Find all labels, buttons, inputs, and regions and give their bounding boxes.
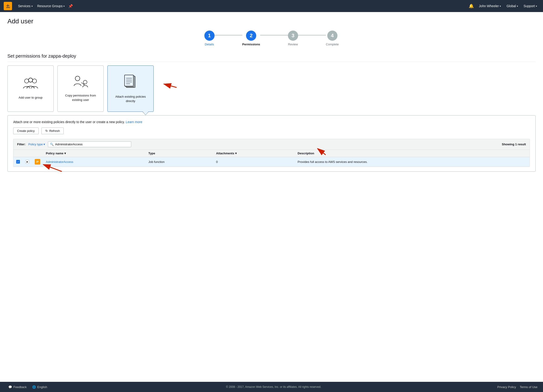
- panel-description: Attach one or more existing policies dir…: [13, 120, 530, 124]
- filter-label: Filter:: [17, 143, 25, 146]
- red-arrow-card: [159, 79, 178, 91]
- policies-icon: [124, 74, 137, 91]
- result-count: Showing 1 result: [502, 143, 526, 146]
- card-copy-permissions[interactable]: Copy permissions from existing user: [57, 66, 104, 112]
- footer: 💬 Feedback 🌐 English © 2008 - 2017, Amaz…: [0, 382, 543, 392]
- svg-rect-10: [124, 75, 133, 86]
- step-2-circle: 2: [246, 31, 256, 41]
- row-type-cell: Job function: [146, 157, 213, 167]
- step-1-label: Details: [205, 43, 214, 46]
- table-row: ✓ ▶: [13, 157, 530, 167]
- step-2-label: Permissions: [242, 43, 260, 46]
- step-complete: 4 Complete: [326, 31, 339, 46]
- row-expand-cell[interactable]: ▶: [23, 157, 32, 167]
- step-connector-2-3: [260, 35, 288, 35]
- region-chevron: ▾: [517, 5, 518, 7]
- checkbox-checked[interactable]: ✓: [16, 160, 20, 164]
- table-header: Policy name ▾ Type Attachments ▾: [13, 150, 530, 157]
- row-attachments-cell: 0: [213, 157, 295, 167]
- policies-data-table: Policy name ▾ Type Attachments ▾: [13, 150, 530, 167]
- svg-point-7: [83, 80, 87, 84]
- policy-name-sort-icon: ▾: [64, 151, 66, 155]
- policies-table-container: Filter: Policy type ▾ 🔍: [13, 139, 530, 167]
- col-expand: [23, 150, 32, 157]
- resource-groups-chevron: ▾: [63, 5, 65, 7]
- table-toolbar: Filter: Policy type ▾ 🔍: [13, 139, 530, 150]
- triangle-top: [142, 112, 149, 115]
- card-add-to-group[interactable]: Add user to group: [7, 66, 54, 112]
- step-1-circle: 1: [204, 31, 215, 41]
- step-review: 3 Review: [288, 31, 298, 46]
- search-input[interactable]: [55, 143, 129, 146]
- step-3-circle: 3: [288, 31, 298, 41]
- terms-of-use-link[interactable]: Terms of Use: [520, 385, 537, 389]
- step-4-label: Complete: [326, 43, 339, 46]
- language-selector[interactable]: 🌐 English: [29, 385, 50, 389]
- region-menu[interactable]: Global ▾: [504, 4, 520, 8]
- expand-button[interactable]: ▶: [25, 160, 29, 164]
- filter-type-chevron: ▾: [44, 143, 45, 146]
- red-arrow-search: [312, 147, 330, 156]
- user-chevron: ▾: [500, 5, 501, 7]
- stepper: 1 Details 2 Permissions 3 Review 4 Compl…: [7, 31, 536, 46]
- card-add-to-group-label: Add user to group: [18, 95, 42, 100]
- card-attach-policies-label: Attach existing policies directly: [111, 95, 150, 103]
- refresh-icon: ↻: [45, 129, 48, 133]
- refresh-button[interactable]: ↻ Refresh: [41, 128, 64, 134]
- red-arrow-row: [32, 160, 69, 174]
- learn-more-link[interactable]: Learn more: [126, 120, 142, 124]
- notification-bell[interactable]: 🔔: [467, 4, 476, 9]
- col-icon: [32, 150, 43, 157]
- card-attach-policies[interactable]: Attach existing policies directly: [107, 66, 154, 112]
- policies-table-wrapper: Filter: Policy type ▾ 🔍: [13, 139, 530, 167]
- svg-point-4: [75, 76, 80, 81]
- step-3-label: Review: [288, 43, 298, 46]
- row-checkbox-cell[interactable]: ✓: [13, 157, 23, 167]
- step-connector-3-4: [298, 35, 326, 35]
- table-body: ✓ ▶: [13, 157, 530, 167]
- user-menu[interactable]: John Wheeler ▾: [477, 4, 503, 8]
- footer-right-links: Privacy Policy Terms of Use: [498, 385, 538, 389]
- create-policy-button[interactable]: Create policy: [13, 128, 39, 134]
- row-description-cell: Provides full access to AWS services and…: [295, 157, 530, 167]
- top-navigation: Services ▾ Resource Groups ▾ 📌 🔔 John Wh…: [0, 0, 543, 12]
- page-title: Add user: [7, 17, 536, 25]
- feedback-button[interactable]: 💬 Feedback: [6, 385, 29, 389]
- col-attachments: Attachments ▾: [213, 150, 295, 157]
- globe-icon: 🌐: [32, 385, 36, 389]
- permission-cards-row: Add user to group: [7, 66, 536, 112]
- permissions-area: Add user to group: [7, 66, 536, 172]
- section-title: Set permissions for zappa-deploy: [7, 53, 536, 62]
- support-chevron: ▾: [536, 5, 537, 7]
- privacy-policy-link[interactable]: Privacy Policy: [498, 385, 516, 389]
- col-policy-name: Policy name ▾: [43, 150, 146, 157]
- panel-actions: Create policy ↻ Refresh: [13, 128, 530, 134]
- svg-point-1: [24, 79, 29, 83]
- aws-logo: [4, 2, 12, 10]
- svg-point-2: [32, 79, 37, 83]
- main-content: Add user 1 Details 2 Permissions 3 Revie…: [0, 12, 543, 382]
- arrow-to-card: [157, 66, 178, 112]
- resource-groups-menu[interactable]: Resource Groups ▾: [35, 4, 67, 8]
- services-menu[interactable]: Services ▾: [16, 4, 35, 8]
- svg-point-3: [28, 78, 33, 82]
- topnav-right: 🔔 John Wheeler ▾ Global ▾ Support ▾: [467, 4, 539, 9]
- services-chevron: ▾: [31, 5, 33, 7]
- search-box: 🔍: [48, 141, 131, 147]
- step-permissions: 2 Permissions: [242, 31, 260, 46]
- group-icon: [23, 77, 39, 92]
- col-type: Type: [146, 150, 213, 157]
- step-details: 1 Details: [204, 31, 215, 46]
- feedback-icon: 💬: [8, 385, 12, 389]
- content-panel: Attach one or more existing policies dir…: [7, 115, 536, 172]
- attachments-sort-icon: ▾: [235, 151, 237, 155]
- col-checkbox: [13, 150, 23, 157]
- pin-icon[interactable]: 📌: [67, 4, 74, 8]
- copy-permissions-icon: [73, 75, 89, 90]
- step-4-circle: 4: [327, 31, 338, 41]
- support-menu[interactable]: Support ▾: [521, 4, 539, 8]
- search-icon: 🔍: [50, 143, 54, 146]
- footer-copyright: © 2008 - 2017, Amazon Web Services, Inc.…: [50, 385, 498, 388]
- filter-type-dropdown[interactable]: Policy type ▾: [28, 143, 45, 146]
- step-connector-1-2: [215, 35, 242, 35]
